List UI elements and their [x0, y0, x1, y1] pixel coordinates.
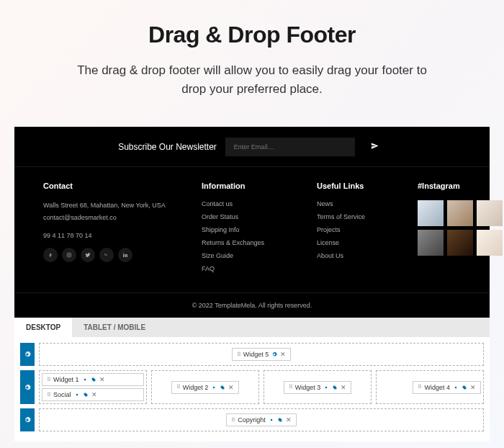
footer-col-instagram: #Instagram [418, 182, 503, 278]
tab-desktop[interactable]: DESKTOP [14, 318, 72, 337]
instagram-thumb[interactable] [447, 230, 473, 256]
editor-tabs: DESKTOP TABLET / MOBILE [14, 318, 490, 337]
copyright-text: © 2022 TemplateMela. All rights reserved… [14, 292, 490, 318]
drop-zone[interactable]: ⠿ Widget 1 ✕ ⠿ Social ✕ [39, 370, 147, 404]
newsletter-input[interactable] [225, 138, 355, 156]
duplicate-icon[interactable] [91, 377, 96, 382]
widget-label: Widget 1 [53, 376, 79, 383]
gear-icon[interactable] [211, 385, 217, 390]
drag-handle-icon[interactable]: ⠿ [47, 392, 50, 398]
gear-icon[interactable] [82, 377, 88, 382]
close-icon[interactable]: ✕ [341, 384, 346, 391]
widget-copyright[interactable]: ⠿ Copyright ✕ [226, 413, 297, 426]
drag-handle-icon[interactable]: ⠿ [237, 351, 240, 358]
gear-icon[interactable] [271, 351, 277, 357]
info-link[interactable]: Size Guide [202, 252, 302, 259]
footer-preview: Subscribe Our Newsletter Contact Walls S… [14, 127, 490, 318]
gear-icon[interactable] [74, 392, 80, 398]
drop-zone[interactable]: ⠿ Widget 2 ✕ [151, 370, 259, 404]
useful-link[interactable]: Terms of Service [317, 213, 403, 220]
svg-point-1 [68, 254, 70, 256]
instagram-heading: #Instagram [418, 182, 503, 190]
info-link[interactable]: Returns & Exchanges [202, 239, 302, 246]
widget-2[interactable]: ⠿ Widget 2 ✕ [171, 381, 240, 394]
send-icon [371, 142, 379, 150]
duplicate-icon[interactable] [83, 392, 89, 398]
instagram-thumb[interactable] [447, 200, 473, 226]
widget-3[interactable]: ⠿ Widget 3 ✕ [284, 381, 352, 394]
twitter-icon[interactable] [81, 248, 95, 262]
svg-rect-16 [279, 419, 282, 421]
drop-zone[interactable]: ⠿ Widget 3 ✕ [264, 370, 372, 404]
drag-handle-icon[interactable]: ⠿ [231, 417, 235, 424]
drag-handle-icon[interactable]: ⠿ [289, 384, 292, 390]
info-link[interactable]: Contact us [202, 200, 302, 207]
widget-5[interactable]: ⠿ Widget 5 ✕ [232, 348, 292, 361]
facebook-icon[interactable] [43, 248, 58, 262]
google-plus-icon[interactable]: G+ [99, 248, 114, 262]
duplicate-icon[interactable] [332, 385, 338, 390]
svg-rect-12 [334, 387, 336, 389]
svg-text:G+: G+ [104, 254, 108, 256]
gear-icon[interactable] [269, 417, 274, 423]
editor-row: ⠿ Widget 1 ✕ ⠿ Social ✕ [20, 370, 484, 404]
useful-link[interactable]: About Us [317, 252, 403, 259]
instagram-thumb[interactable] [477, 200, 503, 226]
info-link[interactable]: Shipping Info [202, 226, 302, 233]
useful-link[interactable]: License [317, 239, 403, 246]
drag-handle-icon[interactable]: ⠿ [418, 384, 421, 390]
widget-1[interactable]: ⠿ Widget 1 ✕ [42, 373, 144, 386]
widget-social[interactable]: ⠿ Social ✕ [42, 388, 144, 401]
drop-zone[interactable]: ⠿ Widget 5 ✕ [39, 343, 484, 366]
drop-zone[interactable]: ⠿ Copyright ✕ [39, 408, 484, 431]
close-icon[interactable]: ✕ [99, 376, 105, 383]
duplicate-icon[interactable] [220, 385, 225, 390]
close-icon[interactable]: ✕ [228, 384, 234, 391]
widget-4[interactable]: ⠿ Widget 4 ✕ [413, 381, 481, 394]
info-link[interactable]: FAQ [202, 265, 302, 272]
svg-point-4 [123, 253, 124, 254]
instagram-thumb[interactable] [418, 200, 444, 226]
useful-link[interactable]: Projects [317, 226, 403, 233]
svg-rect-0 [67, 253, 71, 256]
close-icon[interactable]: ✕ [286, 416, 292, 424]
editor-row: ⠿ Copyright ✕ [20, 408, 484, 431]
newsletter-label: Subscribe Our Newsletter [118, 142, 217, 152]
gear-icon [24, 416, 31, 424]
drag-handle-icon[interactable]: ⠿ [176, 384, 180, 390]
layout-editor: DESKTOP TABLET / MOBILE ⠿ Widget 5 ✕ [14, 318, 490, 442]
close-icon[interactable]: ✕ [280, 351, 286, 358]
close-icon[interactable]: ✕ [91, 391, 97, 398]
contact-email: contact@sadesmarket.co [43, 212, 187, 223]
drop-zone[interactable]: ⠿ Widget 4 ✕ [376, 370, 484, 404]
instagram-thumb[interactable] [418, 230, 444, 256]
row-settings-button[interactable] [20, 343, 35, 366]
row-settings-button[interactable] [20, 370, 35, 404]
svg-rect-3 [123, 254, 124, 257]
footer-col-information: Information Contact us Order Status Ship… [202, 182, 302, 278]
widget-label: Widget 2 [183, 384, 209, 391]
linkedin-icon[interactable] [118, 248, 132, 262]
editor-row: ⠿ Widget 5 ✕ [20, 343, 484, 366]
gear-icon[interactable] [323, 385, 329, 390]
drag-handle-icon[interactable]: ⠿ [47, 377, 50, 383]
useful-link[interactable]: News [317, 200, 403, 207]
widget-label: Widget 4 [424, 384, 450, 391]
social-row: G+ [43, 248, 187, 262]
tab-mobile[interactable]: TABLET / MOBILE [72, 318, 157, 337]
gear-icon [24, 384, 31, 391]
svg-rect-10 [222, 387, 224, 389]
instagram-thumb[interactable] [477, 230, 503, 256]
close-icon[interactable]: ✕ [470, 384, 476, 391]
contact-address: Walls Street 68, Mahattan, New York, USA [43, 200, 187, 210]
newsletter-submit[interactable] [364, 137, 386, 156]
gear-icon[interactable] [453, 385, 459, 390]
duplicate-icon[interactable] [277, 417, 283, 423]
duplicate-icon[interactable] [462, 385, 467, 390]
information-heading: Information [202, 182, 302, 190]
widget-label: Social [53, 391, 71, 398]
row-settings-button[interactable] [20, 408, 35, 431]
info-link[interactable]: Order Status [202, 213, 302, 220]
page-subtitle: The drag & drop footer will allow you to… [65, 61, 439, 98]
instagram-icon[interactable] [62, 248, 76, 262]
